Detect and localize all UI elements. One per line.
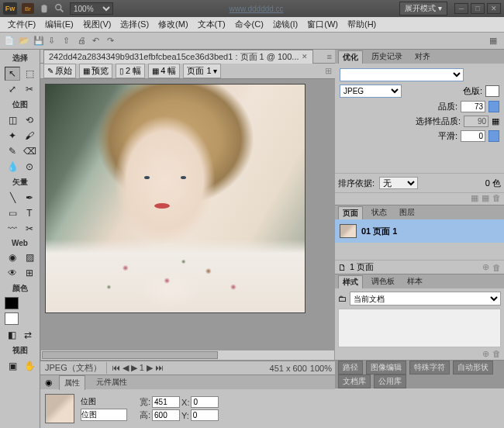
first-frame-icon[interactable]: ⏮ bbox=[112, 363, 120, 373]
maximize-button[interactable]: □ bbox=[471, 3, 485, 14]
menu-window[interactable]: 窗口(W) bbox=[302, 17, 343, 32]
x-input[interactable] bbox=[191, 396, 219, 408]
hotspot-tool[interactable]: ◉ bbox=[5, 250, 20, 264]
history-tab[interactable]: 历史记录 bbox=[368, 50, 406, 63]
menu-text[interactable]: 文本(T) bbox=[193, 17, 230, 32]
save-icon[interactable]: 💾 bbox=[33, 35, 45, 47]
preview-button[interactable]: ▦ 预览 bbox=[79, 64, 112, 78]
y-input[interactable] bbox=[191, 409, 219, 421]
pencil-tool[interactable]: ✎ bbox=[5, 144, 20, 158]
swatches-tab[interactable]: 调色板 bbox=[368, 275, 399, 288]
crop-tool[interactable]: ✂ bbox=[22, 82, 37, 96]
palette-swatch[interactable] bbox=[485, 85, 499, 97]
two-up-button[interactable]: ▯ 2 幅 bbox=[116, 64, 145, 78]
canvas[interactable] bbox=[40, 79, 335, 350]
freeform-tool[interactable]: 〰 bbox=[5, 222, 20, 236]
menu-view[interactable]: 视图(V) bbox=[78, 17, 116, 32]
hand-icon[interactable] bbox=[39, 3, 50, 14]
quality-spinner[interactable] bbox=[488, 101, 499, 112]
panel-toggle-icon[interactable]: ◉ bbox=[45, 378, 53, 388]
document-tab[interactable]: 242dd42a2834349b9d31efbfcbea15ce36d3bed1… bbox=[43, 50, 313, 64]
bridge-icon[interactable]: Br bbox=[22, 3, 34, 14]
swap-colors[interactable]: ⇄ bbox=[21, 328, 36, 342]
open-icon[interactable]: 📂 bbox=[18, 35, 30, 47]
rect-tool[interactable]: ▭ bbox=[5, 206, 20, 220]
menu-filters[interactable]: 滤镜(I) bbox=[268, 17, 302, 32]
optimize-tab[interactable]: 优化 bbox=[338, 50, 363, 64]
next-frame-icon[interactable]: ▶ bbox=[147, 363, 153, 373]
smooth-input[interactable] bbox=[461, 130, 485, 142]
states-tab[interactable]: 状态 bbox=[368, 206, 391, 219]
pen-tool[interactable]: ✒ bbox=[22, 191, 37, 205]
close-tab-icon[interactable]: ✕ bbox=[302, 53, 308, 60]
pointer-tool[interactable]: ↖ bbox=[5, 67, 20, 81]
menu-file[interactable]: 文件(F) bbox=[3, 17, 40, 32]
styles-tab[interactable]: 样式 bbox=[338, 275, 363, 288]
style-new-icon[interactable]: ⊕ bbox=[482, 349, 489, 358]
prev-frame-icon[interactable]: ◀ bbox=[123, 363, 129, 373]
opt-trash-icon[interactable]: 🗑 bbox=[492, 193, 501, 205]
menu-select[interactable]: 选择(S) bbox=[116, 17, 154, 32]
doc-lib-tab[interactable]: 文档库 bbox=[338, 374, 371, 388]
last-frame-icon[interactable]: ⏭ bbox=[155, 363, 164, 373]
lasso-tool[interactable]: ⟲ bbox=[22, 113, 37, 127]
new-page-icon[interactable]: ⊕ bbox=[482, 262, 489, 272]
slice-tool[interactable]: ▨ bbox=[22, 250, 37, 264]
samples-tab[interactable]: 样本 bbox=[403, 275, 426, 288]
hide-tool[interactable]: 👁 bbox=[5, 266, 20, 280]
wand-tool[interactable]: ✦ bbox=[5, 129, 20, 143]
frame-controls[interactable]: ⏮ ◀ ▶ 1 ▶ ⏭ bbox=[107, 363, 168, 373]
stroke-color[interactable] bbox=[5, 297, 19, 309]
format-select[interactable]: JPEG bbox=[340, 85, 402, 98]
text-tool[interactable]: T bbox=[22, 206, 37, 220]
line-tool[interactable]: ╲ bbox=[5, 191, 20, 205]
zoom-icon[interactable] bbox=[54, 3, 65, 14]
new-icon[interactable]: 📄 bbox=[3, 35, 16, 47]
undo-icon[interactable]: ↶ bbox=[91, 35, 104, 47]
h-scrollbar[interactable] bbox=[40, 350, 335, 361]
preset-select[interactable] bbox=[340, 68, 464, 81]
menu-commands[interactable]: 命令(C) bbox=[230, 17, 268, 32]
style-trash-icon[interactable]: 🗑 bbox=[492, 349, 501, 358]
smooth-spinner[interactable] bbox=[488, 130, 499, 142]
opt-icon-1[interactable]: ▦ bbox=[471, 193, 478, 205]
pages-tab[interactable]: 页面 bbox=[338, 206, 363, 219]
page-row[interactable]: 01 页面 1 bbox=[338, 223, 501, 240]
show-tool[interactable]: ⊞ bbox=[22, 266, 37, 280]
tab-menu-icon[interactable]: ≡ bbox=[327, 52, 332, 61]
minimize-button[interactable]: ─ bbox=[454, 3, 468, 14]
four-up-button[interactable]: ▦ 4 幅 bbox=[148, 64, 180, 78]
subselect-tool[interactable]: ⬚ bbox=[22, 67, 37, 81]
zoom-select[interactable]: 100% bbox=[70, 2, 113, 15]
eraser-tool[interactable]: ⌫ bbox=[22, 144, 37, 158]
quality-input[interactable] bbox=[461, 101, 485, 112]
path-tab[interactable]: 路径 bbox=[338, 361, 363, 374]
special-char-tab[interactable]: 特殊字符 bbox=[409, 361, 450, 374]
play-icon[interactable]: ▶ bbox=[131, 363, 137, 373]
canvas-image[interactable] bbox=[45, 84, 306, 313]
opt-icon-2[interactable]: ▦ bbox=[482, 193, 489, 205]
marquee-tool[interactable]: ◫ bbox=[5, 113, 20, 127]
original-button[interactable]: ✎ 原始 bbox=[43, 64, 76, 78]
panel-toggle-icon[interactable]: ▦ bbox=[488, 35, 501, 47]
auto-shape-tab[interactable]: 自动形状 bbox=[453, 361, 493, 374]
image-edit-tab[interactable]: 图像编辑 bbox=[366, 361, 406, 374]
default-colors[interactable]: ◧ bbox=[5, 328, 19, 342]
screen-mode[interactable]: ▣ bbox=[5, 359, 20, 373]
delete-page-icon[interactable]: 🗑 bbox=[492, 263, 501, 272]
height-input[interactable] bbox=[152, 409, 180, 421]
print-icon[interactable]: 🖨 bbox=[77, 35, 89, 47]
sort-select[interactable]: 无 bbox=[379, 177, 418, 189]
fill-color[interactable] bbox=[5, 312, 19, 325]
close-button[interactable]: ✕ bbox=[487, 3, 501, 14]
common-lib-tab[interactable]: 公用库 bbox=[374, 374, 406, 388]
style-doc-select[interactable]: 当前文档 bbox=[350, 292, 501, 305]
symbol-props-tab[interactable]: 元件属性 bbox=[91, 375, 132, 389]
object-name-input[interactable] bbox=[81, 409, 127, 421]
blur-tool[interactable]: 💧 bbox=[5, 160, 20, 174]
hand-tool[interactable]: ✋ bbox=[22, 359, 37, 373]
page-selector[interactable]: 页面 1 ▾ bbox=[183, 64, 221, 78]
scale-tool[interactable]: ⤢ bbox=[5, 82, 20, 96]
status-zoom[interactable]: 100% bbox=[310, 364, 332, 373]
knife-tool[interactable]: ✂ bbox=[22, 222, 37, 236]
